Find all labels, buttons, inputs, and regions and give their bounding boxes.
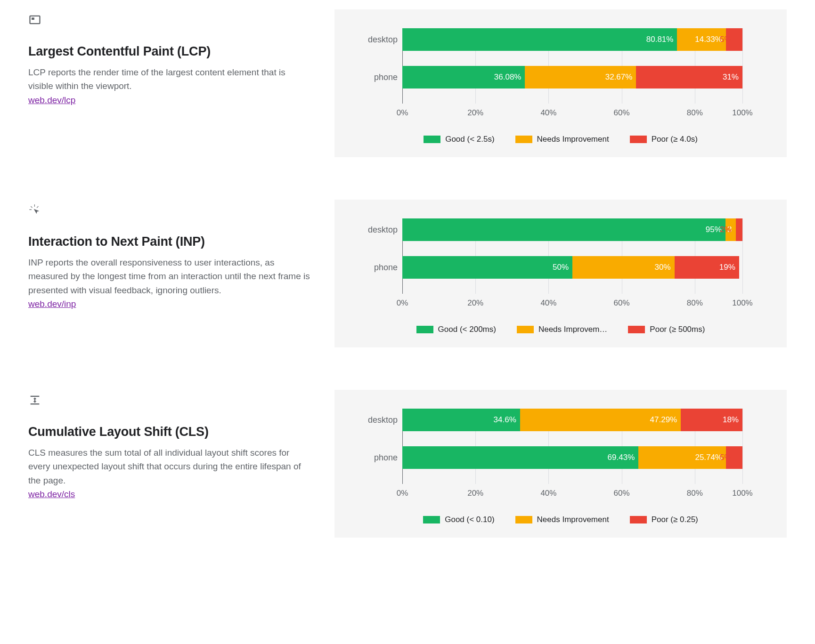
plot-area: 95% 3 2% 50% 30% 19%: [402, 218, 768, 294]
metric-cls: Cumulative Layout Shift (CLS) CLS measur…: [28, 390, 787, 538]
y-label: phone: [353, 66, 398, 94]
poor-outside-label: 5%: [720, 28, 732, 51]
x-axis-ticks: 0% 20% 40% 60% 80% 100%: [402, 489, 768, 502]
metric-title: Cumulative Layout Shift (CLS): [28, 425, 311, 439]
bar-desktop: 95% 3 2%: [402, 218, 742, 241]
metric-inp: Interaction to Next Paint (INP) INP repo…: [28, 200, 787, 347]
legend-label: Needs Improvement: [537, 135, 609, 144]
chart-panel-cls: desktop phone 34.6% 47.29% 18%: [334, 390, 787, 538]
svg-rect-1: [32, 17, 34, 20]
tick: 0%: [397, 108, 408, 118]
metric-title: Largest Contentful Paint (LCP): [28, 44, 311, 59]
legend-poor: Poor (≥ 0.25): [630, 515, 698, 524]
y-label: phone: [353, 446, 398, 475]
legend-poor: Poor (≥ 500ms): [628, 325, 705, 334]
tick: 20%: [467, 108, 483, 118]
x-axis-ticks: 0% 20% 40% 60% 80% 100%: [402, 108, 768, 121]
tick: 100%: [732, 108, 752, 118]
y-label: phone: [353, 256, 398, 284]
legend: Good (< 2.5s) Needs Improvement Poor (≥ …: [353, 135, 768, 144]
bar-phone: 50% 30% 19%: [402, 256, 742, 279]
segment-good: 36.08%: [402, 66, 525, 89]
bar-phone: 69.43% 25.74% 5%: [402, 446, 742, 469]
metric-desc: LCP reports the render time of the large…: [28, 65, 311, 93]
svg-rect-2: [31, 396, 40, 397]
tick: 80%: [687, 489, 703, 498]
tick: 100%: [732, 489, 752, 498]
segment-poor: [736, 218, 742, 241]
legend-mid: Needs Improvem…: [517, 325, 607, 334]
segment-poor: 19%: [675, 256, 739, 279]
segment-mid: 30%: [572, 256, 675, 279]
metric-info: Interaction to Next Paint (INP) INP repo…: [28, 200, 311, 309]
metric-lcp: Largest Contentful Paint (LCP) LCP repor…: [28, 9, 787, 157]
y-axis-labels: desktop phone: [353, 28, 402, 104]
tick: 40%: [540, 108, 556, 118]
metric-info: Cumulative Layout Shift (CLS) CLS measur…: [28, 390, 311, 499]
swatch-poor-icon: [630, 136, 647, 143]
metric-desc: INP reports the overall responsiveness t…: [28, 256, 311, 297]
x-axis-ticks: 0% 20% 40% 60% 80% 100%: [402, 298, 768, 312]
tick: 80%: [687, 108, 703, 118]
swatch-good-icon: [423, 516, 440, 523]
swatch-poor-icon: [630, 516, 647, 523]
swatch-mid-icon: [515, 136, 532, 143]
metric-link[interactable]: web.dev/lcp: [28, 95, 75, 105]
chart-panel-lcp: desktop phone 80.81% 14.33% 5%: [334, 9, 787, 157]
plot-area: 34.6% 47.29% 18% 69.43% 25.74% 5%: [402, 409, 768, 484]
legend: Good (< 200ms) Needs Improvem… Poor (≥ 5…: [353, 325, 768, 334]
segment-poor: 18%: [681, 409, 742, 431]
tick: 0%: [397, 489, 408, 498]
legend-label: Poor (≥ 0.25): [652, 515, 698, 524]
tick: 20%: [467, 489, 483, 498]
legend-label: Good (< 0.10): [445, 515, 494, 524]
y-label: desktop: [353, 218, 398, 247]
swatch-poor-icon: [628, 326, 645, 333]
y-label: desktop: [353, 409, 398, 437]
metric-info: Largest Contentful Paint (LCP) LCP repor…: [28, 9, 311, 105]
bar-desktop: 34.6% 47.29% 18%: [402, 409, 742, 431]
tick: 20%: [467, 298, 483, 308]
swatch-good-icon: [424, 136, 440, 143]
legend-good: Good (< 2.5s): [424, 135, 494, 144]
segment-good: 50%: [402, 256, 572, 279]
plot-area: 80.81% 14.33% 5% 36.08% 32.67% 31%: [402, 28, 768, 104]
y-label: desktop: [353, 28, 398, 56]
chart: desktop phone 34.6% 47.29% 18%: [353, 409, 768, 524]
tick: 80%: [687, 298, 703, 308]
legend-label: Needs Improvement: [537, 515, 609, 524]
segment-mid: 32.67%: [525, 66, 636, 89]
bar-phone: 36.08% 32.67% 31%: [402, 66, 742, 89]
metric-link[interactable]: web.dev/inp: [28, 299, 76, 309]
segment-good: 95%: [402, 218, 725, 241]
tick: 100%: [732, 298, 752, 308]
segment-good: 69.43%: [402, 446, 638, 469]
chart: desktop phone 95% 3 2%: [353, 218, 768, 334]
legend-good: Good (< 0.10): [423, 515, 494, 524]
tick: 60%: [614, 489, 630, 498]
legend-label: Good (< 2.5s): [445, 135, 494, 144]
tick: 60%: [614, 298, 630, 308]
legend-good: Good (< 200ms): [416, 325, 496, 334]
legend-label: Good (< 200ms): [438, 325, 496, 334]
poor-outside-label: 2%: [720, 218, 732, 241]
metric-link[interactable]: web.dev/cls: [28, 489, 75, 499]
segment-mid: 47.29%: [520, 409, 681, 431]
segment-good: 34.6%: [402, 409, 520, 431]
segment-mid: 14.33%: [677, 28, 725, 51]
y-axis-labels: desktop phone: [353, 218, 402, 294]
swatch-mid-icon: [515, 516, 532, 523]
legend-label: Poor (≥ 500ms): [650, 325, 705, 334]
swatch-good-icon: [416, 326, 433, 333]
legend: Good (< 0.10) Needs Improvement Poor (≥ …: [353, 515, 768, 524]
metric-desc: CLS measures the sum total of all indivi…: [28, 446, 311, 487]
legend-poor: Poor (≥ 4.0s): [630, 135, 698, 144]
metric-title: Interaction to Next Paint (INP): [28, 234, 311, 249]
swatch-mid-icon: [517, 326, 534, 333]
tick: 40%: [540, 298, 556, 308]
y-axis-labels: desktop phone: [353, 409, 402, 484]
legend-label: Poor (≥ 4.0s): [652, 135, 698, 144]
chart: desktop phone 80.81% 14.33% 5%: [353, 28, 768, 144]
cls-icon: [28, 394, 41, 407]
svg-rect-0: [30, 16, 40, 24]
